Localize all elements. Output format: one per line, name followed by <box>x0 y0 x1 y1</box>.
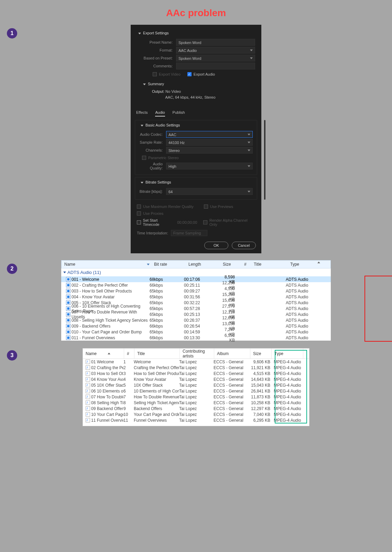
col-size[interactable]: Size <box>220 261 241 268</box>
audio-file-icon <box>86 400 90 405</box>
bitrate-dropdown[interactable]: 64 <box>166 188 253 195</box>
page-title: AAc problem <box>0 0 392 25</box>
time-interp-label: Time Interpolation: <box>137 231 168 235</box>
audio-file-icon <box>66 312 70 317</box>
render-options: Use Maximum Render Quality Use Previews … <box>131 202 261 240</box>
col-album[interactable]: Album <box>214 349 250 358</box>
scrollbar[interactable] <box>264 120 265 200</box>
audio-quality-label: Audio Quality: <box>139 162 166 170</box>
col-title[interactable]: Title <box>134 349 180 358</box>
sample-rate-label: Sample Rate: <box>139 140 166 144</box>
sort-asc-icon <box>108 353 110 354</box>
audio-file-icon <box>86 395 90 399</box>
audio-file-icon <box>66 295 70 299</box>
col-artists[interactable]: Contributing artists <box>180 349 214 358</box>
format-dropdown[interactable]: AAC Audio <box>176 47 255 54</box>
basic-audio-title[interactable]: Basic Audio Settings <box>139 123 253 130</box>
bitrate-title[interactable]: Bitrate Settings <box>139 180 253 187</box>
table-row[interactable]: 004 - Know Your Avatar65kbps00:31:5615,2… <box>61 294 331 300</box>
tab-publish[interactable]: Publish <box>173 110 185 117</box>
export-settings-panel: Export Settings Preset Name:Spoken Word … <box>131 25 261 253</box>
export-video-checkbox: Export Video <box>153 72 181 76</box>
annotation-red-box <box>364 276 392 342</box>
col-name[interactable]: Name <box>83 349 124 358</box>
audio-file-icon <box>86 418 90 422</box>
table-row[interactable]: 010 - Your Cart Page and Order Bump65kbp… <box>61 329 331 335</box>
badge-3: 3 <box>7 350 17 361</box>
bitrate-section: Bitrate Settings Bitrate [kbps]:64 <box>135 177 257 200</box>
chevron-down-icon <box>143 84 146 85</box>
bitrate-label: Bitrate [kbps]: <box>139 189 166 194</box>
summary-title[interactable]: Summary <box>142 78 255 89</box>
audio-file-icon <box>86 360 90 364</box>
file-list-mpeg4: Name # Title Contributing artists Album … <box>83 348 309 426</box>
annotation-green-box <box>275 350 307 423</box>
based-on-label: Based on Preset: <box>142 56 176 60</box>
audio-file-icon <box>66 289 70 293</box>
channels-dropdown[interactable]: Stereo <box>166 147 253 154</box>
settings-tabs: Effects Audio Publish <box>131 107 261 118</box>
col-type[interactable]: Type <box>287 261 324 268</box>
table-row[interactable]: 007 - How To Double Revenue With Upsells… <box>61 311 331 317</box>
col-bitrate[interactable]: Bit rate <box>151 261 186 268</box>
audio-file-icon <box>66 318 70 322</box>
audio-file-icon <box>86 412 90 417</box>
table-header: Name Bit rate Length Size # Title Type <box>61 260 331 268</box>
file-list-adts: Name Bit rate Length Size # Title Type A… <box>61 260 331 341</box>
audio-codec-dropdown[interactable]: AAC <box>166 131 253 138</box>
table-row[interactable]: 001 - Welcome68kbps00:17:068,598 KBADTS … <box>61 276 331 282</box>
comments-label: Comments: <box>142 64 176 68</box>
badge-2: 2 <box>7 264 17 274</box>
col-length[interactable]: Length <box>186 261 220 268</box>
preset-name-input[interactable]: Spoken Word <box>176 39 255 46</box>
table-row[interactable]: 003 - How to Sell Other Products65kbps00… <box>61 288 331 294</box>
format-label: Format: <box>142 48 176 52</box>
audio-file-icon <box>66 300 70 305</box>
chevron-down-icon <box>141 125 143 126</box>
audio-file-icon <box>86 389 90 393</box>
audio-file-icon <box>66 324 70 328</box>
col-num[interactable]: # <box>241 261 251 268</box>
table-row[interactable]: 009 - Backend Offers66kbps00:26:5413,038… <box>61 323 331 329</box>
col-num[interactable]: # <box>124 349 134 358</box>
ok-button[interactable]: OK <box>204 242 228 249</box>
export-settings-title[interactable]: Export Settings <box>137 27 255 38</box>
badge-1: 1 <box>7 28 17 38</box>
audio-quality-dropdown[interactable]: High <box>166 163 253 169</box>
audio-file-icon <box>66 283 70 287</box>
audio-file-icon <box>86 365 90 370</box>
chevron-down-icon <box>141 182 143 184</box>
audio-file-icon <box>66 335 70 340</box>
basic-audio-section: Basic Audio Settings Audio Codec:AAC Sam… <box>135 120 257 175</box>
audio-file-icon <box>86 377 90 382</box>
table-row[interactable]: 002 - Crafting the Perfect Offer66kbps00… <box>61 282 331 288</box>
channels-label: Channels: <box>139 148 166 152</box>
parametric-stereo-checkbox: Parametric Stereo <box>142 156 253 160</box>
tab-audio[interactable]: Audio <box>155 110 165 117</box>
audio-file-icon <box>86 406 90 411</box>
col-name[interactable]: Name <box>62 261 151 268</box>
sample-rate-dropdown[interactable]: 44100 Hz <box>166 139 253 146</box>
use-previews-checkbox: Use Previews <box>204 205 233 209</box>
chevron-down-icon <box>138 33 141 34</box>
audio-file-icon <box>66 277 70 281</box>
col-title[interactable]: Title <box>251 261 287 268</box>
comments-input[interactable] <box>176 63 255 69</box>
table-row[interactable]: 011 - Funnel Overviews66kbps00:13:306,55… <box>61 335 331 341</box>
audio-file-icon <box>66 330 70 334</box>
start-timecode-checkbox[interactable]: Set Start Timecode 00;00;00;00 <box>137 218 197 227</box>
summary-content: Output: No Video AAC, 64 kbps, 44 kHz, S… <box>148 89 255 100</box>
based-on-dropdown[interactable]: Spoken Word <box>176 55 255 62</box>
export-audio-checkbox[interactable]: ✓Export Audio <box>187 72 215 76</box>
use-proxies-checkbox: Use Proxies <box>137 211 255 216</box>
audio-file-icon <box>66 306 70 311</box>
preset-name-label: Preset Name: <box>142 40 176 44</box>
group-header[interactable]: ADTS Audio (11) <box>61 268 331 276</box>
cancel-button[interactable]: Cancel <box>232 242 256 249</box>
table-row[interactable]: 008 - Selling High Ticket Agency Service… <box>61 317 331 323</box>
time-interp-dropdown: Frame Sampling <box>171 230 208 236</box>
tab-effects[interactable]: Effects <box>136 110 148 117</box>
sort-asc-icon <box>317 262 320 263</box>
col-size[interactable]: Size <box>250 349 272 358</box>
chevron-down-icon <box>63 272 66 273</box>
